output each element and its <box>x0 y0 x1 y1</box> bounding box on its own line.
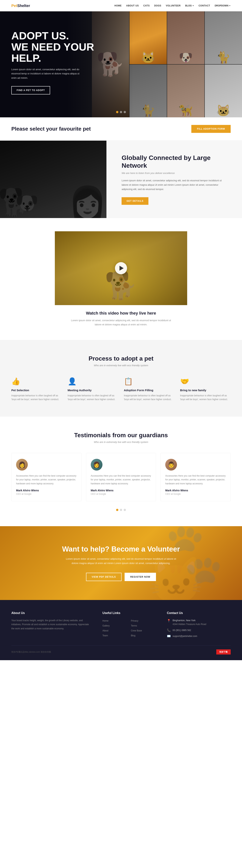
footer-link-gallery[interactable]: Gallery <box>102 623 127 628</box>
register-now-button[interactable]: REGISTER NOW <box>125 573 156 581</box>
step-1-desc: Inappropriate behaviour is often laughed… <box>11 394 62 401</box>
nav-link-dogs[interactable]: DOGS <box>154 4 161 7</box>
email-icon: ✉️ <box>167 634 171 638</box>
testimonial-dots <box>11 509 231 511</box>
testimonial-2-text: Accessories Here you can find the best c… <box>91 474 151 486</box>
testimonials-section: Testimonials from our guardians Who are … <box>0 416 242 526</box>
pet-cell-dog3: 🦮 <box>167 65 204 117</box>
new-family-icon: 🤝 <box>180 377 231 385</box>
footer-links-list: Home Privacy Gallery Terms About Crew Ba… <box>102 619 155 638</box>
author-3-name: Mark Alviro Wiens <box>165 489 226 492</box>
video-description: Lorem ipsum dolor sit amet, consectetur … <box>68 318 174 327</box>
avatar-2: 👩 <box>91 459 102 470</box>
footer-email-link[interactable]: support@petshelter.com <box>173 635 197 638</box>
footer-link-team[interactable]: Team <box>102 633 127 638</box>
footer-bottom: 初涉/专属出品/bbs.xienioo.com 请勿在转载 初涉下载 <box>11 645 231 654</box>
video-section: 🐕 Watch this video how they live here Lo… <box>0 218 242 340</box>
volunteer-description: Lorem ipsum dolor sit amet, consectetur … <box>62 557 180 565</box>
footer-contact-title: Contact Us <box>167 611 231 615</box>
pet-selection-heading: Please select your favourite pet <box>11 126 91 132</box>
step-2-desc: Inappropriate behaviour is often laughed… <box>68 394 118 401</box>
footer-col-links: Useful Links Home Privacy Gallery Terms … <box>102 611 155 638</box>
footer-phone: 📞 00 (951) 0885 562 <box>167 628 231 632</box>
adopt-process-section: Process to adopt a pet Who are in extrem… <box>0 340 242 416</box>
testimonial-card-2: 👩 Accessories Here you can find the best… <box>86 453 156 501</box>
globally-cta-button[interactable]: GET DETAILS <box>122 197 148 205</box>
footer-link-crewbase[interactable]: Crew Base <box>131 628 155 633</box>
step-3-title: Adoption Form Filling <box>124 389 174 392</box>
author-2-title: CEO at Google <box>91 493 151 495</box>
nav-link-volunteer[interactable]: VOLUNTEER <box>166 4 181 7</box>
meeting-authority-icon: 👤 <box>68 377 118 385</box>
author-1-name: Mark Alviro Wiens <box>16 489 77 492</box>
nav-links: HOME ABOUT US CATS DOGS VOLUNTEER BLOG ▼… <box>114 4 231 7</box>
nav-link-blog[interactable]: BLOG ▼ <box>185 4 194 7</box>
nav-link-cats[interactable]: CATS <box>143 4 150 7</box>
author-2-name: Mark Alviro Wiens <box>91 489 151 492</box>
step-2-title: Meeting Authority <box>68 389 118 392</box>
footer-link-blog[interactable]: Blog <box>131 633 155 638</box>
hero-content: ADOPT US. WE NEED YOUR HELP. Lorem ipsum… <box>0 11 110 113</box>
footer-link-about[interactable]: About <box>102 628 127 633</box>
process-step-3: 📋 Adoption Form Filling Inappropriate be… <box>124 377 174 401</box>
chevron-down-icon-2: ▼ <box>229 5 231 7</box>
footer-address-city: Binghamton, New York <box>173 619 206 622</box>
phone-icon: 📞 <box>167 628 171 632</box>
hero-dot-1[interactable] <box>116 111 118 113</box>
pet-selection-icon: 👍 <box>11 377 62 385</box>
video-play-button[interactable] <box>115 262 127 274</box>
testimonial-card-3: 👨 Accessories Here you can find the best… <box>161 453 231 501</box>
nav-link-contact[interactable]: CONTACT <box>199 4 210 7</box>
footer-copyright: 初涉/专属出品/bbs.xienioo.com 请勿在转载 <box>11 651 51 653</box>
nav-dropdown[interactable]: DROPDOWN ▼ <box>215 4 231 7</box>
hero-dot-3[interactable] <box>124 111 126 113</box>
hero-cta-button[interactable]: FIND A PET TO ADOPT <box>11 86 50 94</box>
footer-email: ✉️ support@petshelter.com <box>167 634 231 638</box>
volunteer-heading: Want to help? Become a Volunteer <box>11 545 231 553</box>
testimonial-dot-2[interactable] <box>120 509 122 511</box>
footer-link-home[interactable]: Home <box>102 619 127 623</box>
globally-connected-section: 🐕 🐶 👩 Globally Connected by Large Networ… <box>0 141 242 218</box>
testimonial-dot-1[interactable] <box>116 509 118 511</box>
view-pdf-button[interactable]: VIEW PDF DETAILS <box>86 573 122 581</box>
process-step-4: 🤝 Bring to new family Inappropriate beha… <box>180 377 231 401</box>
pet-cell-cat4: 🐱 <box>205 65 242 117</box>
play-icon <box>119 266 124 271</box>
step-3-desc: Inappropriate behaviour is often laughed… <box>124 394 174 401</box>
navbar: PetPetShelterShelter HOME ABOUT US CATS … <box>0 0 242 11</box>
globally-image: 🐕 🐶 👩 <box>0 141 106 218</box>
avatar-3: 👨 <box>165 459 177 470</box>
testimonials-subtitle: Who are in extremely live with eco frien… <box>11 441 231 443</box>
pet-cell-cat2: 🐈 <box>205 11 242 64</box>
step-4-title: Bring to new family <box>180 389 231 392</box>
process-step-2: 👤 Meeting Authority Inappropriate behavi… <box>68 377 118 401</box>
footer-action-button[interactable]: 初涉下载 <box>216 649 231 654</box>
footer-link-privacy[interactable]: Privacy <box>131 619 155 623</box>
fill-adoption-button[interactable]: Fill Adoption Form <box>191 125 231 133</box>
globally-description: Lorem ipsum dolor sit amet, consectetur … <box>122 178 229 191</box>
nav-logo[interactable]: PetPetShelterShelter <box>11 4 30 8</box>
nav-link-home[interactable]: HOME <box>114 4 122 7</box>
testimonials-heading: Testimonials from our guardians <box>11 432 231 439</box>
testimonial-3-text: Accessories Here you can find the best c… <box>165 474 226 486</box>
hero-dot-2[interactable] <box>120 111 122 113</box>
hero-dots <box>116 111 126 113</box>
pet-cell-cat1: 🐱 <box>130 11 167 64</box>
testimonial-card-1: 👩 Accessories Here you can find the best… <box>11 453 81 501</box>
chevron-down-icon: ▼ <box>192 5 194 7</box>
adoption-form-icon: 📋 <box>124 377 174 385</box>
hero-section: 🐕 🐱 🐶 🐈 🐈 🦮 🐱 ADOPT US. WE NEED YOUR HEL… <box>0 11 242 117</box>
step-4-desc: Inappropriate behaviour is often laughed… <box>180 394 231 401</box>
nav-link-about[interactable]: ABOUT US <box>126 4 139 7</box>
testimonial-dot-3[interactable] <box>124 509 126 511</box>
pet-cell-cat3: 🐈 <box>130 65 167 117</box>
globally-content: Globally Connected by Large Network We a… <box>106 141 242 218</box>
footer-link-terms[interactable]: Terms <box>131 623 155 628</box>
footer-address-sub: 4344 Hidden Treasure Auto Road <box>173 622 206 626</box>
volunteer-buttons: VIEW PDF DETAILS REGISTER NOW <box>11 573 231 581</box>
globally-heading: Globally Connected by Large Network <box>122 154 229 169</box>
globally-subtitle: We are here to listen from you deliver e… <box>122 172 229 175</box>
video-thumbnail[interactable]: 🐕 <box>55 231 187 305</box>
hero-headline: ADOPT US. WE NEED YOUR HELP. <box>11 30 98 64</box>
avatar-1: 👩 <box>16 459 28 470</box>
